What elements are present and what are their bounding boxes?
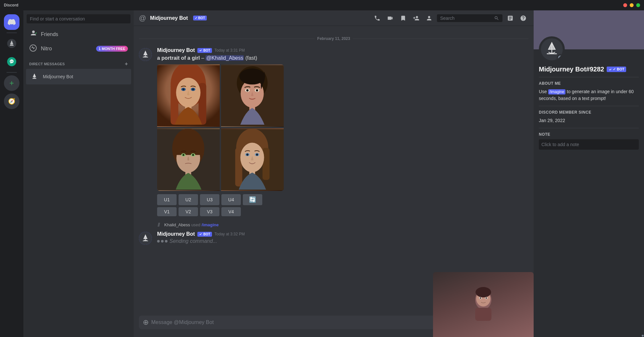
- nitro-label: Nitro: [41, 46, 52, 52]
- svg-point-16: [182, 88, 184, 90]
- dm-user-name: Midjourney Bot: [43, 74, 73, 79]
- about-me-title: ABOUT ME: [539, 81, 639, 86]
- dot-3: [165, 240, 167, 243]
- profile-divider-2: [539, 106, 639, 106]
- refresh-btn[interactable]: 🔄: [243, 194, 262, 205]
- action-buttons-row2: V1 V2 V3 V4: [157, 207, 528, 216]
- profile-divider-1: [539, 77, 639, 77]
- portrait-image-4[interactable]: [221, 128, 284, 191]
- video-overlay: [433, 272, 534, 337]
- nitro-nav-item[interactable]: Nitro 1 MONTH FREE: [26, 42, 131, 56]
- bot-at-icon: @: [139, 14, 146, 22]
- mention-1[interactable]: @Khalid_Abess: [205, 55, 244, 61]
- svg-point-25: [246, 89, 249, 92]
- msg-text-1: a portrait of a girl – @Khalid_Abess (fa…: [157, 55, 528, 62]
- server-icon-1[interactable]: [4, 36, 19, 51]
- sidebar-divider-2: [6, 72, 17, 73]
- profile-header-bg: [534, 10, 644, 49]
- v2-btn[interactable]: V2: [179, 207, 198, 216]
- message-search[interactable]: [437, 14, 502, 22]
- used-command: Khalid_Abess used /imagine: [134, 221, 534, 229]
- svg-point-45: [246, 154, 249, 156]
- v1-btn[interactable]: V1: [157, 207, 177, 216]
- friends-icon: [29, 30, 37, 39]
- add-friend-btn[interactable]: [411, 13, 421, 23]
- msg-header-1: Midjourney Bot BOT Today at 3:31 PM: [157, 47, 528, 53]
- v4-btn[interactable]: V4: [221, 207, 241, 216]
- dm-section-label: DIRECT MESSAGES: [29, 62, 65, 66]
- add-attachment-icon[interactable]: ⊕: [143, 318, 149, 327]
- profile-btn[interactable]: [424, 13, 434, 23]
- add-server-btn[interactable]: +: [4, 75, 19, 91]
- msg-content-2: Midjourney Bot BOT Today at 3:32 PM: [157, 231, 528, 245]
- msg-bot-badge-2: BOT: [197, 232, 212, 237]
- u4-btn[interactable]: U4: [221, 194, 241, 205]
- video-person: [433, 272, 534, 337]
- u2-btn[interactable]: U2: [179, 194, 198, 205]
- dm-user-midjourney[interactable]: Midjourney Bot: [26, 69, 131, 84]
- nitro-badge: 1 MONTH FREE: [96, 46, 128, 52]
- ai-icon-btn[interactable]: [4, 54, 19, 69]
- u3-btn[interactable]: U3: [200, 194, 219, 205]
- friends-nav-item[interactable]: Friends: [26, 27, 131, 42]
- portrait-image-3[interactable]: [157, 128, 220, 191]
- checkmark-icon: [199, 49, 202, 52]
- svg-point-34: [182, 154, 184, 156]
- msg-author-2: Midjourney Bot: [157, 231, 195, 237]
- dm-avatar-midjourney: [29, 71, 40, 82]
- ai-server-icon: [7, 57, 16, 66]
- search-input[interactable]: [440, 16, 492, 21]
- profile-status-ring: [557, 54, 564, 61]
- bookmark-btn[interactable]: [398, 13, 408, 23]
- message-group-1: Midjourney Bot BOT Today at 3:31 PM a po…: [134, 46, 534, 219]
- portrait-image-2[interactable]: [221, 64, 284, 127]
- used-command-text: Khalid_Abess used /imagine: [164, 222, 219, 227]
- sidebar-divider: [6, 32, 17, 33]
- app-title: Discord: [4, 3, 19, 7]
- about-me-section: ABOUT ME Use /imagine to generate an ima…: [539, 81, 639, 102]
- explore-btn[interactable]: 🧭: [4, 94, 19, 109]
- sending-row: Sending command...: [157, 238, 528, 244]
- svg-point-46: [256, 154, 258, 156]
- msg-timestamp-2: Today at 3:32 PM: [215, 232, 245, 236]
- msg-timestamp-1: Today at 3:31 PM: [215, 48, 245, 53]
- video-btn[interactable]: [385, 13, 395, 23]
- v3-btn[interactable]: V3: [200, 207, 219, 216]
- help-btn[interactable]: [518, 13, 528, 23]
- svg-point-56: [480, 297, 481, 299]
- action-buttons-row1: U1 U2 U3 U4 🔄: [157, 194, 528, 205]
- typing-dots: [157, 239, 167, 243]
- u1-btn[interactable]: U1: [157, 194, 177, 205]
- imagine-highlight: /imagine: [548, 89, 565, 94]
- svg-point-26: [256, 89, 258, 92]
- sailboat-server-icon: [7, 39, 16, 48]
- msg-avatar-2: [139, 232, 152, 245]
- member-since-date: Jan 29, 2022: [539, 117, 639, 124]
- maximize-btn[interactable]: [636, 3, 640, 7]
- dm-panel: Friends Nitro 1 MONTH FREE DIRECT MESSAG…: [23, 10, 134, 337]
- add-dm-btn[interactable]: +: [125, 61, 128, 67]
- about-me-text: Use /imagine to generate an image in und…: [539, 88, 639, 102]
- bot-avatar-icon: [139, 48, 152, 61]
- profile-info: Midjourney Bot#9282 ✓ BOT ABOUT ME Use /…: [534, 66, 644, 155]
- call-btn[interactable]: [372, 13, 382, 23]
- profile-check-icon: [609, 68, 612, 71]
- midjourney-avatar-icon: [29, 71, 40, 82]
- msg-author-1: Midjourney Bot: [157, 47, 195, 53]
- portrait-image-1[interactable]: [157, 64, 220, 127]
- right-panel: Midjourney Bot#9282 ✓ BOT ABOUT ME Use /…: [534, 10, 644, 337]
- inbox-btn[interactable]: [505, 13, 515, 23]
- note-title: NOTE: [539, 132, 639, 137]
- dot-2: [161, 240, 164, 243]
- checkmark-icon-2: [199, 232, 202, 236]
- channel-name: Midjourney Bot: [150, 15, 188, 21]
- home-icon-btn[interactable]: [4, 14, 19, 30]
- minimize-btn[interactable]: [630, 3, 634, 7]
- svg-point-3: [11, 61, 12, 62]
- close-btn[interactable]: [623, 3, 627, 7]
- svg-point-4: [12, 61, 13, 62]
- find-conversation-input[interactable]: [27, 14, 130, 23]
- member-since-title: DISCORD MEMBER SINCE: [539, 110, 639, 115]
- note-input[interactable]: Click to add a note: [539, 139, 639, 150]
- portrait-svg-3: [157, 129, 220, 191]
